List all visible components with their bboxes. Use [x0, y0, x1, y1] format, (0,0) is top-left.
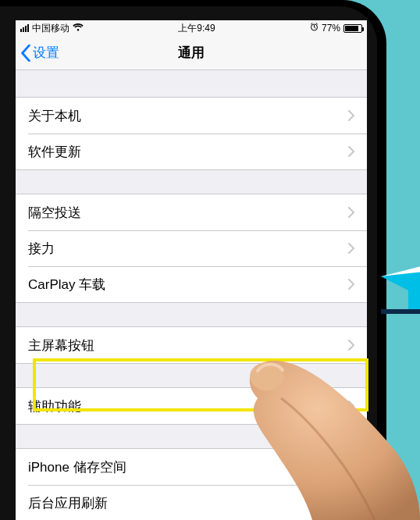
signal-icon [20, 24, 29, 32]
chevron-right-icon [348, 243, 354, 254]
chevron-right-icon [348, 497, 354, 508]
chevron-right-icon [348, 146, 354, 157]
page-title: 通用 [16, 44, 367, 62]
row-label: iPhone 储存空间 [28, 458, 126, 476]
row-handoff[interactable]: 接力 [16, 230, 367, 266]
chevron-left-icon [20, 45, 31, 62]
row-home-button[interactable]: 主屏幕按钮 [16, 327, 367, 363]
chevron-right-icon [348, 340, 354, 351]
phone-frame: 中国移动 上午9:49 77% [0, 0, 386, 520]
chevron-right-icon [348, 207, 354, 218]
chevron-right-icon [348, 461, 354, 472]
nav-bar: 设置 通用 [16, 36, 367, 70]
carrier-label: 中国移动 [32, 22, 69, 35]
group-0: 关于本机 软件更新 [16, 97, 367, 170]
group-1: 隔空投送 接力 CarPlay 车载 [16, 194, 367, 303]
callout-shape [381, 265, 420, 312]
row-label: 后台应用刷新 [28, 494, 108, 512]
chevron-right-icon [348, 279, 354, 290]
status-bar: 中国移动 上午9:49 77% [16, 20, 367, 36]
status-left: 中国移动 [20, 22, 84, 35]
svg-marker-2 [381, 265, 420, 276]
chevron-right-icon [348, 401, 354, 411]
row-airdrop[interactable]: 隔空投送 [16, 194, 367, 230]
svg-rect-3 [381, 309, 420, 314]
status-right: 77% [310, 23, 362, 34]
row-label: CarPlay 车载 [28, 276, 105, 294]
row-label: 主屏幕按钮 [28, 337, 94, 354]
group-4: iPhone 储存空间 后台应用刷新 [16, 448, 367, 520]
row-about[interactable]: 关于本机 [16, 98, 367, 134]
row-label: 关于本机 [28, 107, 81, 125]
battery-pct: 77% [322, 23, 340, 34]
row-label: 辅助功能 [28, 397, 81, 415]
settings-list[interactable]: 关于本机 软件更新 隔空投送 接力 [16, 97, 367, 520]
battery-fill [345, 26, 358, 31]
row-accessibility[interactable]: 辅助功能 [16, 388, 367, 424]
row-storage[interactable]: iPhone 储存空间 [16, 449, 367, 485]
phone-bezel: 中国移动 上午9:49 77% [0, 6, 377, 520]
back-button[interactable]: 设置 [16, 44, 59, 62]
wifi-icon [73, 23, 84, 33]
screen: 中国移动 上午9:49 77% [16, 20, 367, 520]
row-label: 隔空投送 [28, 204, 81, 222]
battery-icon [343, 24, 362, 33]
row-label: 接力 [28, 240, 55, 258]
chevron-right-icon [348, 110, 354, 121]
alarm-icon [310, 23, 319, 34]
status-time: 上午9:49 [178, 22, 215, 35]
group-2: 主屏幕按钮 [16, 326, 367, 364]
row-label: 软件更新 [28, 143, 81, 161]
svg-marker-1 [381, 265, 420, 312]
back-label: 设置 [33, 44, 59, 62]
row-software-update[interactable]: 软件更新 [16, 134, 367, 169]
row-carplay[interactable]: CarPlay 车载 [16, 266, 367, 302]
row-background-refresh[interactable]: 后台应用刷新 [16, 485, 367, 520]
group-3: 辅助功能 [16, 387, 367, 425]
